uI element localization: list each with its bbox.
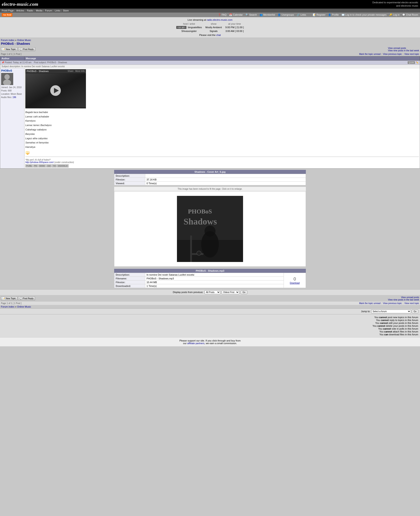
download-link[interactable]: Download (290, 282, 300, 284)
faq-icon: ❓ (218, 14, 221, 16)
affiliate-link[interactable]: affiliate partners (187, 342, 204, 344)
attachment-image[interactable]: PHOBoS Shadows (177, 196, 243, 262)
links-link[interactable]: 🔗 Links (297, 14, 306, 16)
author-meta: Joined: Jan 24, 2010 Posts: 668 Location… (1, 86, 23, 99)
new-topic-button[interactable]: 📝 New Topic (1, 47, 17, 51)
image-viewed-value: 0 Time(s) (145, 181, 306, 185)
online-music-link[interactable]: Online Music (17, 39, 31, 41)
video-title: PHOBoS - Shadows (27, 70, 49, 73)
video-controls[interactable]: Share More Info (68, 70, 85, 72)
view-previous-link[interactable]: View previous topic (383, 53, 402, 55)
bottom-page-info-bar: Page 1 of 1 [ 1 Post ] Mark the topic un… (0, 302, 420, 305)
login-link[interactable]: 🔑 Log in (389, 14, 399, 16)
bottom-buttons: 📝 New Topic 💬 Post Reply (1, 297, 35, 300)
rss-button[interactable]: rss feed (2, 13, 12, 16)
ym-action[interactable]: YM (52, 164, 57, 167)
post-header-row: 📌 Posted: Today, at 11:43 am Post subjec… (0, 60, 420, 68)
download-cell: 0 Download (284, 273, 306, 288)
bottom-online-music-link[interactable]: Online Music (17, 305, 31, 308)
bottom-post-reply-button[interactable]: 💬 Post Reply (18, 297, 35, 300)
post-icon: 📌 (1, 61, 4, 64)
bottom-forum-nav: Forum index » Online Music (0, 305, 420, 308)
svg-point-1 (4, 74, 10, 80)
jump-select[interactable]: Select a forum (371, 310, 411, 313)
register-link[interactable]: 📝 Register (313, 14, 325, 16)
aim-action[interactable]: AIM (46, 164, 52, 167)
streaming-table: host / artist show at your time <on air>… (174, 22, 246, 33)
sig-icon: 🔱 (25, 151, 419, 155)
page-title-bar: PHOBoS - Shadows (0, 41, 420, 46)
bottom-forum-index-link[interactable]: Forum index (1, 305, 14, 308)
quote-button[interactable]: Quote (408, 61, 415, 64)
display-posts-go-button[interactable]: Go (241, 290, 247, 294)
msn-action[interactable]: MSN/WLM (57, 164, 68, 167)
streaming-show-2: Signals (204, 29, 224, 33)
bottom-view-next-link[interactable]: View next topic (404, 302, 419, 305)
forum-index-link[interactable]: Forum index (1, 39, 14, 41)
on-air-button[interactable]: <on air> (176, 26, 187, 29)
search-link[interactable]: 🔍 Search (246, 14, 257, 16)
calendar-link[interactable]: 📅 Calendar (229, 14, 243, 16)
streaming-on-air: <on air> bingsatellites (174, 26, 204, 29)
post-reply-button[interactable]: 💬 Post Reply (18, 47, 35, 51)
streaming-time-2: 3:00 AM [ 03:00 ] (224, 29, 246, 33)
chat-link[interactable]: chat (216, 34, 221, 36)
post-description: Subject description: In nomine Dei nostr… (0, 65, 420, 68)
nav-media[interactable]: Media (36, 9, 42, 12)
sig-text: *My perf, it's full of holes!* http://ph… (25, 159, 419, 164)
memberlist-icon: 👥 (260, 14, 263, 16)
radio-link[interactable]: radio.electro-music.com (207, 19, 232, 21)
video-overlay[interactable] (25, 73, 86, 108)
sig-url-link[interactable]: http://phoboa.000space.com/ (25, 161, 54, 164)
permission-6: You cannot attach files in this forum (2, 330, 418, 333)
posts-label: Posts: (1, 90, 7, 92)
audio-attachment-table: PHOBoS - Shadows.mp3 Description: In nom… (114, 269, 306, 288)
view-next-link[interactable]: View next topic (404, 53, 419, 55)
memberlist-link[interactable]: 👥 Memberlist (260, 14, 275, 16)
page-title-link[interactable]: PHOBoS - Shadows (1, 42, 30, 45)
profile-link[interactable]: 👤 Profile (328, 14, 339, 16)
pm-action[interactable]: PM (33, 164, 38, 167)
profile-action[interactable]: Profile (25, 164, 33, 167)
mark-unread-link[interactable]: Mark the topic unread (359, 53, 381, 55)
icon-nav-left: rss feed (2, 13, 12, 16)
login-icon: 🔑 (389, 14, 392, 16)
author-column-header: Author (0, 56, 24, 60)
edit-icon[interactable]: ✏️ (416, 61, 419, 64)
nav-radio[interactable]: Radio (27, 9, 33, 12)
streaming-col-host: host / artist (174, 22, 204, 26)
pm-link[interactable]: ✉️ Log in to check your private messages (342, 14, 387, 16)
chatroom-link[interactable]: 💬 Chat Room (402, 14, 418, 16)
user-actions: Profile PM WWW AIM YM MSN/WLM (25, 164, 419, 167)
posts-filter-select[interactable]: All Posts Your Posts (204, 290, 220, 294)
post-table: Author Message 📌 Posted: Today, at 11:43… (0, 56, 420, 169)
nav-store[interactable]: Store (63, 9, 69, 12)
audio-files-link[interactable]: 196 (13, 96, 16, 98)
icon-nav: rss feed ❓ FAQ 📅 Calendar 🔍 Search 👥 Mem… (0, 13, 420, 17)
profile-icon: 👤 (328, 14, 331, 16)
nav-articles[interactable]: Articles (16, 9, 24, 12)
usergroups-icon: 👤 (278, 14, 281, 16)
sig-url-note: (under construction) (54, 161, 74, 164)
permission-7: You can download files in this forum (2, 333, 418, 336)
site-logo: electro-music.com (2, 1, 38, 7)
nav-forum[interactable]: Forum (45, 9, 52, 12)
nav-front-page[interactable]: Front Page (2, 9, 14, 12)
www-action[interactable]: WWW (38, 164, 46, 167)
bottom-new-topic-button[interactable]: 📝 New Topic (1, 297, 17, 300)
display-posts-label: Display posts from previous: (173, 291, 203, 293)
image-desc-label: Description: (114, 174, 145, 178)
audio-filename-label: Filename: (114, 277, 145, 280)
support-bar: Please support our site. If you click th… (0, 337, 420, 346)
nav-links[interactable]: Links (55, 9, 60, 12)
attachment-image-container[interactable]: PHOBoS Shadows (114, 191, 306, 267)
usergroups-link[interactable]: 👤 Usergroups (278, 14, 294, 16)
bottom-mark-unread-link[interactable]: Mark the topic unread (359, 302, 381, 305)
faq-link[interactable]: ❓ FAQ (218, 14, 226, 16)
posts-order-select[interactable]: Oldest First Newest First (222, 290, 239, 294)
page-info-bar: Page 1 of 1 [ 1 Post ] Mark the topic un… (0, 52, 420, 56)
jump-go-button[interactable]: Go (412, 310, 418, 313)
streaming-show-1: Mostly Ambient (204, 26, 224, 29)
bottom-mark-topic-links: Mark the topic unread :: View previous t… (359, 302, 419, 305)
bottom-view-previous-link[interactable]: View previous topic (383, 302, 402, 305)
